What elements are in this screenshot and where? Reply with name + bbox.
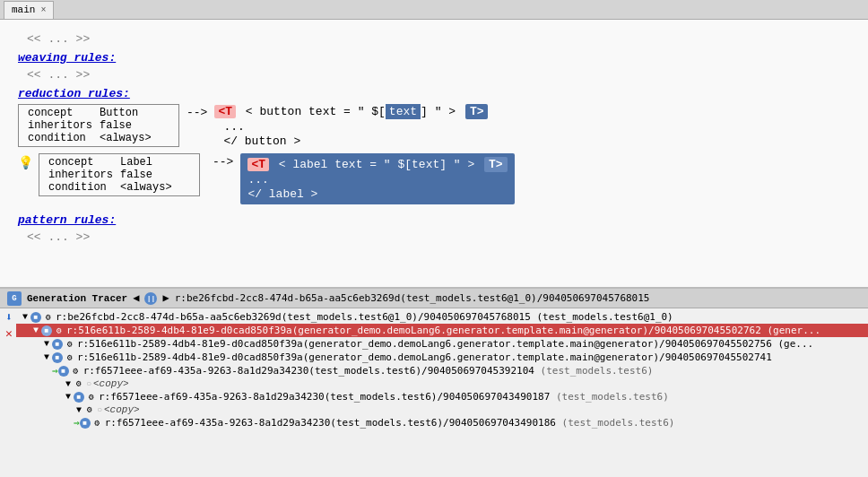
tree-row-7[interactable]: ▼ ⚙ ○ <copy> <box>16 403 868 416</box>
panel-tree: ▼ ■ ⚙ r:be26fcbd-2cc8-474d-b65a-aa5c6eb3… <box>16 308 868 431</box>
tag-T-open-lbl: <T <box>247 158 269 171</box>
tree-row-6[interactable]: ▼ ■ ⚙ r:f6571eee-af69-435a-9263-8a1d29a3… <box>16 390 868 403</box>
rule-label-arrow: --> <box>213 155 233 169</box>
code-area: << ... >> weaving rules: << ... >> reduc… <box>0 20 868 289</box>
rule-button-ellipsis: ... <box>223 120 244 134</box>
side-icon-bar: ⬇ ✕ <box>0 308 18 343</box>
tab-bar: main × <box>0 0 868 20</box>
tree-row-1[interactable]: ▼ ■ ⚙ r:516e611b-2589-4db4-81e9-d0cad850… <box>16 324 868 337</box>
close-red-icon[interactable]: ✕ <box>2 326 16 341</box>
rule-label: 💡 conceptLabel inheritorsfalse condition… <box>18 153 850 204</box>
tree-row-4[interactable]: ⇒ ■ ⚙ r:f6571eee-af69-435a-9263-8a1d29a3… <box>16 364 868 377</box>
tree-row-2[interactable]: ▼ ■ ⚙ r:516e611b-2589-4db4-81e9-d0cad850… <box>16 337 868 351</box>
tree-text-6: r:f6571eee-af69-435a-9263-8a1d29a34230(t… <box>99 391 669 403</box>
tree-row-3[interactable]: ▼ ■ ⚙ r:516e611b-2589-4db4-81e9-d0cad850… <box>16 351 868 364</box>
panel-icon-circle: || <box>144 292 157 305</box>
tree-text-0: r:be26fcbd-2cc8-474d-b65a-aa5c6eb3269d(t… <box>56 311 673 323</box>
toggle-2[interactable]: ▼ <box>41 339 52 349</box>
tree-text-2: r:516e611b-2589-4db4-81e9-d0cad850f39a(g… <box>77 338 813 350</box>
reduction-rules-header: reduction rules: <box>18 87 850 100</box>
ellipsis-line-1: << ... >> <box>18 32 850 46</box>
tree-text-5: <copy> <box>93 378 129 389</box>
panel-nav-back[interactable]: ◀ <box>133 291 139 305</box>
bottom-panel: G Generation Tracer ◀ || ▶ r:be26fcbd-2c… <box>0 289 868 431</box>
green-arrow-icon-8: ⇒ <box>74 417 80 429</box>
panel-header-path: r:be26fcbd-2cc8-474d-b65a-aa5c6eb3269d(t… <box>175 292 650 304</box>
pattern-rules-header: pattern rules: <box>18 213 850 227</box>
tree-text-7: <copy> <box>104 404 140 415</box>
rule-button: conceptButton inheritorsfalse condition<… <box>18 104 850 148</box>
node-icon-0: ■ ⚙ <box>30 312 54 323</box>
node-icon-7: ⚙ ○ <box>84 404 102 415</box>
toggle-7[interactable]: ▼ <box>74 405 84 415</box>
toggle-6[interactable]: ▼ <box>63 392 74 402</box>
tab-close-icon[interactable]: × <box>40 5 46 15</box>
tab-label: main <box>12 4 35 15</box>
node-icon-6: ■ ⚙ <box>74 392 97 403</box>
download-icon[interactable]: ⬇ <box>2 310 16 325</box>
toggle-3[interactable]: ▼ <box>41 352 52 362</box>
weaving-rules-header: weaving rules: <box>18 51 850 65</box>
tree-text-8: r:f6571eee-af69-435a-9263-8a1d29a34230(t… <box>105 417 675 429</box>
rule-label-ellipsis: ... <box>247 173 268 186</box>
toggle-1[interactable]: ▼ <box>30 325 41 335</box>
rule-button-close: </ button > <box>223 134 300 148</box>
rule-button-arrow: --> <box>187 106 207 119</box>
ellipsis-line-4: << ... >> <box>18 230 850 244</box>
tree-text-3: r:516e611b-2589-4db4-81e9-d0cad850f39a(g… <box>77 351 772 363</box>
node-icon-5: ⚙ ○ <box>74 378 91 389</box>
tree-text-1: r:516e611b-2589-4db4-81e9-d0cad850f39a(g… <box>66 325 820 336</box>
generation-tracer-icon: G <box>7 291 22 306</box>
panel-nav-fwd[interactable]: ▶ <box>162 291 169 305</box>
rule-label-box: conceptLabel inheritorsfalse condition<a… <box>39 153 200 196</box>
green-arrow-icon-4: ⇒ <box>52 365 58 377</box>
rule-button-code1: < button text = " $[text] " > <box>239 105 463 118</box>
tree-text-4: r:f6571eee-af69-435a-9263-8a1d29a34230(t… <box>83 365 654 377</box>
tag-T-close-btn: T> <box>465 104 489 119</box>
tag-T-open-btn: <T <box>214 105 236 118</box>
node-icon-2: ■ ⚙ <box>52 339 75 350</box>
node-icon-8: ■ ⚙ <box>80 418 103 429</box>
tree-row-8[interactable]: ⇒ ■ ⚙ r:f6571eee-af69-435a-9263-8a1d29a3… <box>16 416 868 429</box>
tag-T-close-lbl: T> <box>484 157 508 172</box>
rule-label-close: </ label > <box>247 187 317 201</box>
toggle-0[interactable]: ▼ <box>20 312 30 322</box>
tree-row-0[interactable]: ▼ ■ ⚙ r:be26fcbd-2cc8-474d-b65a-aa5c6eb3… <box>16 310 868 324</box>
panel-header: G Generation Tracer ◀ || ▶ r:be26fcbd-2c… <box>0 289 868 308</box>
node-icon-4: ■ ⚙ <box>58 366 82 377</box>
bulb-icon: 💡 <box>18 155 33 170</box>
rule-button-box: conceptButton inheritorsfalse condition<… <box>18 104 179 147</box>
tree-row-5[interactable]: ▼ ⚙ ○ <copy> <box>16 377 868 390</box>
ellipsis-line-2: << ... >> <box>18 68 850 82</box>
rule-label-snippet: <T < label text = " $[text] " > T> ... <… <box>240 153 514 204</box>
node-icon-1: ■ ⚙ <box>41 325 65 336</box>
panel-title: Generation Tracer <box>27 293 127 304</box>
node-icon-3: ■ ⚙ <box>52 352 75 363</box>
rule-label-code1: < label text = " $[text] " > <box>272 158 482 171</box>
main-tab[interactable]: main × <box>4 1 54 19</box>
toggle-5[interactable]: ▼ <box>63 379 74 389</box>
rule-button-snippet: <T < button text = " $[text] " > T> ... … <box>214 104 488 148</box>
